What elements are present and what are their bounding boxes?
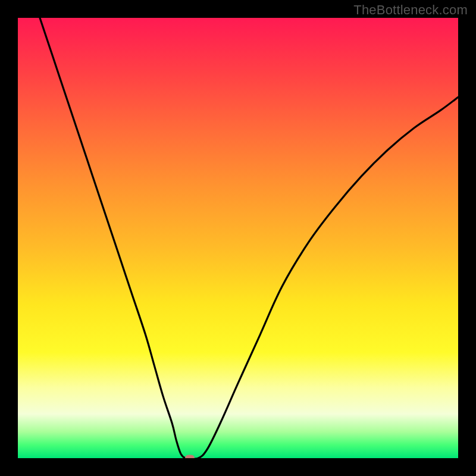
chart-frame: TheBottleneck.com <box>0 0 476 476</box>
bottleneck-curve <box>40 18 458 458</box>
plot-area <box>18 18 458 458</box>
optimal-point-marker <box>185 455 195 459</box>
watermark-text: TheBottleneck.com <box>353 2 468 18</box>
curve-svg <box>18 18 458 458</box>
